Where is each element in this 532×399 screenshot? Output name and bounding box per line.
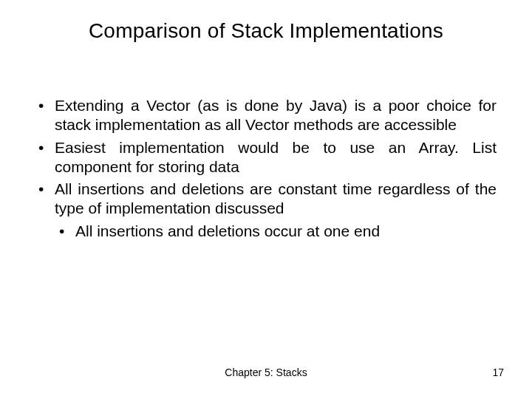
sub-bullet-item: All insertions and deletions occur at on… [55, 222, 497, 241]
sub-bullet-text: All insertions and deletions occur at on… [75, 222, 380, 239]
sub-bullet-list: All insertions and deletions occur at on… [55, 222, 497, 241]
slide-title: Comparison of Stack Implementations [0, 19, 532, 43]
footer-page-number: 17 [492, 366, 504, 378]
bullet-text: Easiest implementation would be to use a… [55, 139, 497, 175]
bullet-item: Extending a Vector (as is done by Java) … [35, 96, 497, 135]
bullet-item: All insertions and deletions are constan… [35, 180, 497, 241]
bullet-text: All insertions and deletions are constan… [55, 180, 497, 216]
slide-body: Extending a Vector (as is done by Java) … [35, 96, 497, 244]
footer-chapter: Chapter 5: Stacks [0, 366, 532, 378]
bullet-item: Easiest implementation would be to use a… [35, 138, 497, 177]
slide: Comparison of Stack Implementations Exte… [0, 0, 532, 399]
bullet-text: Extending a Vector (as is done by Java) … [55, 97, 497, 133]
bullet-list: Extending a Vector (as is done by Java) … [35, 96, 497, 241]
